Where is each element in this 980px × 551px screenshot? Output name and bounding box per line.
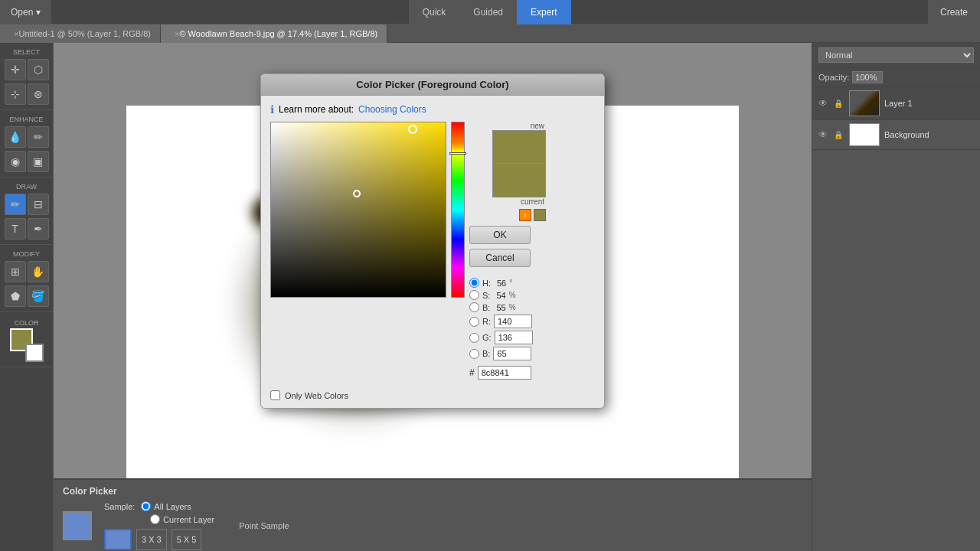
paint-tool[interactable]: 🪣 [28,285,49,307]
action-buttons: OK Cancel [469,226,546,267]
layer1-lock-icon[interactable]: 🔒 [834,99,843,108]
pen-tool[interactable]: ✒ [28,218,49,240]
color-fields: H: 56 ° S: 54 % [469,278,546,380]
b2-row: B: [469,347,546,360]
select-label: SELECT [0,46,53,57]
tab-bar: × Untitled-1 @ 50% (Layer 1, RGB/8) × © … [0,24,980,43]
web-color-icon[interactable] [534,209,546,221]
background-name: Background [884,130,929,139]
color-section: COLOR [0,312,53,367]
transform-tool[interactable]: ⊞ [5,261,26,282]
alert-icon[interactable]: ! [519,209,531,221]
hex-input[interactable] [478,366,531,380]
background-thumbnail [849,123,880,146]
quick-select-tool[interactable]: ⊛ [28,83,49,105]
g-radio[interactable] [469,333,479,343]
select-section: SELECT ✛ ⬡ ⊹ ⊛ [0,43,53,110]
b2-radio[interactable] [469,349,479,359]
tab-woodlawn[interactable]: × © Woodlawn Beach-9.jpg @ 17.4% (Layer … [161,24,387,43]
eraser-tool[interactable]: ⊟ [28,194,49,215]
b2-input[interactable] [493,347,531,360]
hue-bar[interactable] [451,122,465,298]
gradient-cursor-1 [408,125,417,134]
s-radio[interactable] [469,290,479,300]
color-swatches [5,328,48,362]
shape-tool[interactable]: ⬟ [5,285,26,307]
r-input[interactable] [494,315,532,328]
opacity-label: Opacity: [818,73,849,82]
dialog-title-bar: Color Picker (Foreground Color) [261,74,604,96]
modify-section: MODIFY ⊞ ✋ ⬟ 🪣 [0,245,53,312]
background-row[interactable]: 👁 🔒 Background [812,120,980,150]
brush-tool[interactable]: ✏ [28,126,49,148]
tab-quick[interactable]: Quick [409,0,460,24]
color-picker-dialog: Color Picker (Foreground Color) ℹ Learn … [260,73,605,409]
layer1-row[interactable]: 👁 🔒 Layer 1 [812,87,980,120]
move-tool[interactable]: ✛ [5,59,26,80]
info-text: Learn more about: [279,104,354,115]
pencil-tool[interactable]: ✏ [5,194,26,215]
choosing-colors-link[interactable]: Choosing Colors [358,104,426,115]
magic-select-tool[interactable]: ⊹ [5,83,26,105]
main-layout: SELECT ✛ ⬡ ⊹ ⊛ ENHANCE 💧 ✏ ◉ ▣ DRAW [0,43,980,551]
background-color[interactable] [25,344,44,362]
h-label: H: [482,279,491,288]
cancel-button[interactable]: Cancel [469,249,531,267]
hex-row: # [469,366,546,380]
opacity-input[interactable] [852,71,883,83]
dialog-body: ℹ Learn more about: Choosing Colors [261,96,604,408]
g-label: G: [482,333,492,342]
modify-label: MODIFY [0,248,53,259]
only-web-colors-checkbox[interactable] [270,390,280,400]
current-label: current [521,197,544,206]
right-panel: Normal Opacity: 👁 🔒 Layer 1 👁 🔒 Backgrou… [812,43,980,551]
right-top-controls: Normal [812,43,980,68]
tab-expert[interactable]: Expert [517,0,571,24]
color-gradient-box[interactable] [270,122,446,298]
tab-label-2: © Woodlawn Beach-9.jpg @ 17.4% (Layer 1,… [179,29,377,38]
left-toolbar: SELECT ✛ ⬡ ⊹ ⊛ ENHANCE 💧 ✏ ◉ ▣ DRAW [0,43,54,551]
hue-cursor [449,152,466,155]
b2-label: B: [482,349,490,358]
g-row: G: [469,331,546,344]
h-radio[interactable] [469,278,479,288]
bg-lock-icon[interactable]: 🔒 [834,131,843,139]
lasso-tool[interactable]: ⬡ [28,59,49,80]
draw-section: DRAW ✏ ⊟ T ✒ [0,178,53,245]
g-input[interactable] [495,331,533,344]
r-row: R: [469,315,546,328]
fg-bg-swatches [10,328,44,362]
text-tool[interactable]: T [5,218,26,240]
tab-label-1: Untitled-1 @ 50% (Layer 1, RGB/8) [18,29,151,38]
r-radio[interactable] [469,317,479,327]
top-bar: Open ▾ Quick Guided Expert Create [0,0,980,24]
b-radio[interactable] [469,302,479,312]
dialog-overlay: Color Picker (Foreground Color) ℹ Learn … [54,43,812,551]
open-button[interactable]: Open ▾ [0,0,51,24]
s-label: S: [482,291,490,300]
h-row: H: 56 ° [469,278,546,288]
blend-mode-select[interactable]: Normal [818,47,974,63]
s-value: 54 [496,291,505,300]
layer1-name: Layer 1 [884,99,913,108]
tab-untitled[interactable]: × Untitled-1 @ 50% (Layer 1, RGB/8) [0,24,161,43]
info-row: ℹ Learn more about: Choosing Colors [270,103,595,116]
canvas-area[interactable]: Color Picker (Foreground Color) ℹ Learn … [54,43,812,551]
eyedropper-tool[interactable]: 💧 [5,126,26,148]
s-unit: % [509,291,516,299]
r-label: R: [482,317,491,326]
dropdown-arrow-icon: ▾ [36,7,41,18]
hand-tool[interactable]: ✋ [28,261,49,282]
open-label: Open [11,7,33,18]
stamp-tool[interactable]: ▣ [28,151,49,172]
ok-button[interactable]: OK [469,226,531,244]
dialog-main: new current ! [270,122,595,400]
h-unit: ° [509,279,512,287]
new-label: new [531,122,544,130]
layer1-eye-icon[interactable]: 👁 [818,98,828,109]
create-button[interactable]: Create [928,0,980,24]
tab-guided[interactable]: Guided [459,0,517,24]
blur-tool[interactable]: ◉ [5,151,26,172]
bg-eye-icon[interactable]: 👁 [818,129,828,140]
layer1-thumbnail [849,90,880,116]
